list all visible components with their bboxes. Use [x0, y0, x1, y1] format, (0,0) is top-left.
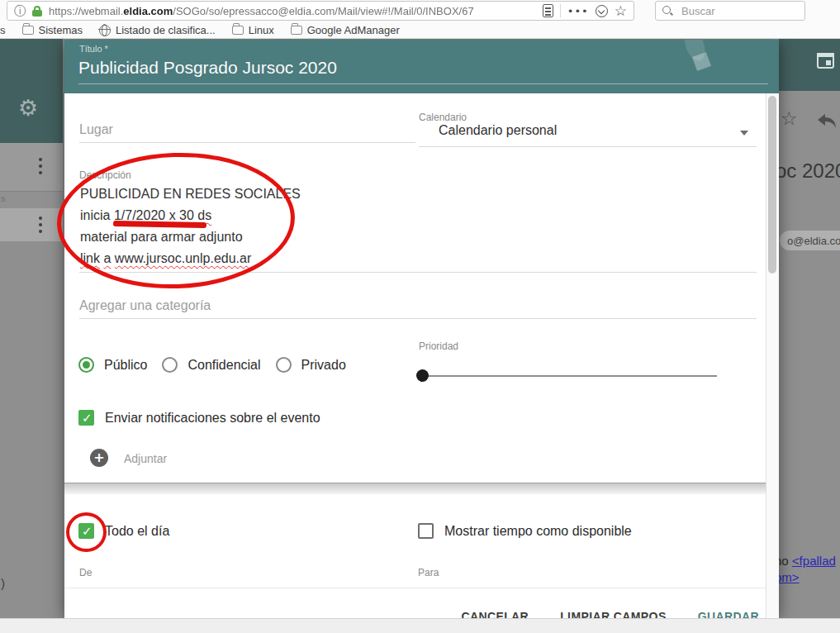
classification-option[interactable]: Público: [78, 357, 147, 373]
title-field-label: Título *: [79, 44, 108, 54]
input-underline: [78, 83, 768, 84]
folder-icon: [232, 26, 244, 35]
annotation-circle: [66, 512, 107, 552]
chevron-down-icon[interactable]: [740, 131, 748, 136]
search-box[interactable]: [655, 1, 805, 21]
browser-toolbar: ⓘ https://webmail. eldia.com /SOGo/so/ep…: [0, 0, 840, 39]
dialog-actions: CANCELAR LIMPIAR CAMPOS GUARDAR: [458, 608, 762, 618]
page-bottom-strip: [0, 618, 840, 633]
page-actions-icon[interactable]: •••: [567, 6, 589, 17]
classification-group: PúblicoConfidencialPrivado: [78, 357, 346, 373]
radio-label: Público: [104, 358, 147, 373]
dialog-scrollbar-thumb[interactable]: [768, 96, 776, 274]
bookmark-overflow-fragment[interactable]: s: [0, 24, 6, 36]
url-bar[interactable]: ⓘ https://webmail. eldia.com /SOGo/so/ep…: [7, 1, 634, 21]
show-available-row[interactable]: Mostrar tiempo como disponible: [418, 523, 632, 539]
category-input[interactable]: [79, 298, 757, 319]
background-list-row: [0, 143, 63, 192]
bookmark-item[interactable]: Sistemas: [22, 24, 83, 36]
star-icon: ☆: [781, 109, 798, 128]
background-list-row-selected: [0, 208, 63, 241]
lock-icon[interactable]: [32, 6, 42, 17]
search-input[interactable]: [680, 4, 798, 18]
section-divider: [64, 483, 779, 494]
bookmark-label: Linux: [249, 24, 274, 36]
from-label: De: [79, 567, 92, 578]
radio-icon[interactable]: [276, 357, 292, 373]
bookmark-item[interactable]: Listado de clasifica...: [99, 24, 216, 36]
background-text-fragment: ): [1, 576, 5, 590]
reader-view-icon[interactable]: [543, 4, 553, 17]
attach-button[interactable]: +: [90, 449, 108, 467]
calendar-select-label: Calendario: [419, 112, 467, 123]
folder-icon: [291, 26, 302, 35]
radio-label: Confidencial: [187, 358, 260, 373]
radio-label: Privado: [301, 358, 346, 373]
bookmark-label: Google AdManager: [307, 24, 400, 36]
screen: ⓘ https://webmail. eldia.com /SOGo/so/ep…: [0, 0, 840, 633]
calendar-select-value: Calendario personal: [439, 123, 557, 138]
divider: [64, 588, 779, 588]
url-domain: eldia.com: [123, 5, 173, 17]
calendar-icon: [817, 53, 834, 69]
folder-icon: [22, 26, 34, 35]
to-label: Para: [418, 567, 439, 578]
kebab-menu-icon: [39, 158, 42, 178]
cancel-button[interactable]: CANCELAR: [458, 608, 532, 618]
save-button[interactable]: GUARDAR: [695, 608, 762, 618]
notifications-label: Enviar notificaciones sobre el evento: [105, 411, 320, 426]
settings-gear-icon: ⚙: [18, 97, 38, 119]
location-input[interactable]: [79, 122, 415, 143]
notifications-checkbox[interactable]: [78, 410, 94, 426]
background-text-fragment: s: [1, 193, 6, 203]
background-subject-fragment: oc 2020: [776, 159, 840, 183]
url-text[interactable]: https://webmail. eldia.com /SOGo/so/epre…: [49, 5, 536, 17]
event-editor-dialog: Título * Publicidad Posgrado Jursoc 2020…: [64, 40, 779, 618]
bookmark-label: Sistemas: [39, 24, 83, 36]
background-list-row: [0, 193, 63, 208]
priority-slider-track[interactable]: [419, 375, 717, 377]
dialog-header: Título * Publicidad Posgrado Jursoc 2020: [64, 40, 779, 93]
calendar-select[interactable]: Calendario personal: [419, 123, 757, 147]
show-available-checkbox[interactable]: [418, 523, 434, 539]
bookmark-star-icon[interactable]: ☆: [615, 4, 627, 18]
show-available-label: Mostrar tiempo como disponible: [444, 524, 632, 539]
search-icon: [662, 6, 673, 17]
divider: [560, 4, 561, 17]
lock-watermark-icon: [684, 40, 715, 55]
bookmark-item[interactable]: Linux: [232, 24, 274, 36]
url-path: /SOGo/so/epressacco@eldia.com/Mail/view#…: [173, 5, 473, 17]
bookmarks-bar: s SistemasListado de clasifica...LinuxGo…: [0, 21, 840, 39]
priority-slider-thumb[interactable]: [416, 369, 429, 382]
attach-label: Adjuntar: [124, 452, 167, 465]
info-icon[interactable]: ⓘ: [14, 5, 26, 17]
email-link-fragment: <fpallad: [792, 554, 836, 568]
notifications-row[interactable]: Enviar notificaciones sobre el evento: [78, 410, 320, 426]
kebab-menu-icon: [39, 217, 42, 236]
email-address-chip: o@eldia.com: [780, 231, 840, 250]
background-sidebar-header: ⚙: [0, 39, 63, 143]
radio-icon[interactable]: [162, 357, 178, 373]
classification-option[interactable]: Privado: [276, 357, 346, 373]
radio-icon[interactable]: [78, 357, 94, 373]
url-prefix: https://webmail.: [49, 5, 123, 17]
bookmark-item[interactable]: Google AdManager: [291, 24, 400, 36]
pocket-icon[interactable]: [596, 5, 608, 17]
all-day-label: Todo el día: [105, 524, 169, 539]
globe-icon: [99, 25, 111, 36]
clear-fields-button[interactable]: LIMPIAR CAMPOS: [557, 608, 670, 618]
reply-arrow-icon: [816, 113, 838, 133]
priority-label: Prioridad: [419, 340, 458, 352]
classification-option[interactable]: Confidencial: [162, 357, 260, 373]
background-mail-body-fragment: no <fpallad om>: [775, 553, 836, 586]
title-input[interactable]: Publicidad Posgrado Jursoc 2020: [78, 58, 337, 78]
bookmark-label: Listado de clasifica...: [116, 24, 216, 36]
